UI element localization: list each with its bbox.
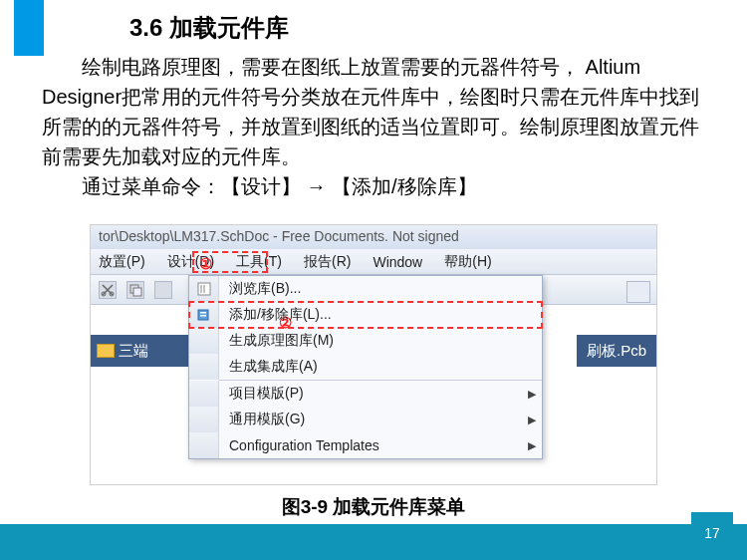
design-dropdown: 浏览库(B)... 添加/移除库(L)... 生成原理图库(M) 生成集成库(A… bbox=[188, 275, 543, 459]
menu-item-gen-schlib[interactable]: 生成原理图库(M) bbox=[189, 328, 542, 354]
paragraph-2: 通过菜单命令：【设计】 → 【添加/移除库】 bbox=[42, 171, 704, 201]
menu-item-gen-intlib[interactable]: 生成集成库(A) bbox=[189, 354, 542, 380]
svg-rect-9 bbox=[200, 315, 206, 317]
menu-window[interactable]: Window bbox=[373, 254, 422, 270]
menu-help[interactable]: 帮助(H) bbox=[444, 253, 491, 271]
menu-tools[interactable]: 工具(T) bbox=[236, 253, 282, 271]
window-titlebar: tor\Desktop\LM317.SchDoc - Free Document… bbox=[91, 225, 656, 249]
submenu-arrow-icon: ▶ bbox=[522, 388, 542, 401]
copy-icon[interactable] bbox=[126, 281, 144, 299]
tab-left-label: 三端 bbox=[119, 342, 148, 361]
page-number: 17 bbox=[691, 512, 733, 554]
submenu-arrow-icon: ▶ bbox=[522, 439, 542, 452]
svg-rect-8 bbox=[200, 312, 206, 314]
paste-icon[interactable] bbox=[154, 281, 172, 299]
slide-footer-bar bbox=[0, 524, 747, 560]
body-text: 绘制电路原理图，需要在图纸上放置需要的元器件符号， Altium Designe… bbox=[42, 52, 704, 201]
menu-report[interactable]: 报告(R) bbox=[304, 253, 351, 271]
menu-item-browse-lib[interactable]: 浏览库(B)... bbox=[189, 276, 542, 302]
paragraph-1: 绘制电路原理图，需要在图纸上放置需要的元器件符号， Altium Designe… bbox=[42, 52, 704, 171]
menu-item-project-templates[interactable]: 项目模版(P) ▶ bbox=[189, 381, 542, 407]
tab-left[interactable]: 三端 bbox=[91, 335, 188, 367]
svg-rect-3 bbox=[133, 288, 141, 296]
toolbar-right-icon[interactable] bbox=[626, 281, 650, 303]
cut-icon[interactable] bbox=[99, 281, 117, 299]
menu-item-general-templates[interactable]: 通用模版(G) ▶ bbox=[189, 407, 542, 432]
menu-place[interactable]: 放置(P) bbox=[99, 253, 145, 271]
figure-caption: 图3-9 加载元件库菜单 bbox=[0, 494, 747, 520]
callout-1: ① bbox=[199, 255, 212, 273]
menu-item-add-remove-lib[interactable]: 添加/移除库(L)... bbox=[189, 302, 542, 328]
add-lib-icon bbox=[196, 307, 212, 323]
menu-item-config-templates[interactable]: Configuration Templates ▶ bbox=[189, 432, 542, 458]
slide-accent-marker bbox=[14, 0, 44, 56]
library-icon bbox=[196, 281, 212, 297]
submenu-arrow-icon: ▶ bbox=[522, 414, 542, 426]
tab-right[interactable]: 刷板.Pcb bbox=[577, 335, 656, 367]
folder-icon bbox=[97, 344, 115, 358]
altium-screenshot: tor\Desktop\LM317.SchDoc - Free Document… bbox=[90, 224, 657, 485]
tab-right-label: 刷板.Pcb bbox=[587, 342, 646, 361]
menubar: 放置(P) 设计(D) 工具(T) 报告(R) Window 帮助(H) bbox=[91, 249, 656, 275]
section-heading: 3.6 加载元件库 bbox=[129, 12, 289, 44]
